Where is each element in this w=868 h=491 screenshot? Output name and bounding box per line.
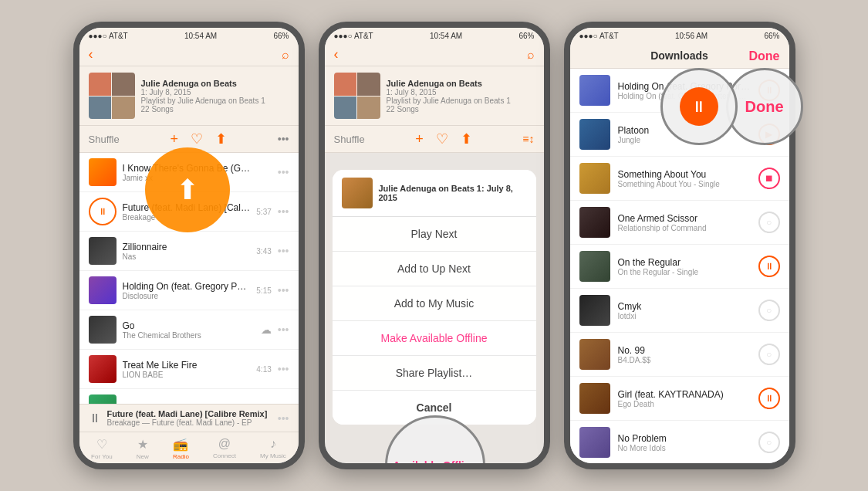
more-icon-t4[interactable]: ••• <box>278 323 289 336</box>
track-name-4: Go <box>123 320 255 331</box>
track-artist-3: Disclosure <box>123 292 251 300</box>
time-1: 10:54 AM <box>184 32 217 40</box>
dl-info-7: Girl (feat. KAYTRANADA) Ego Death <box>618 389 751 408</box>
play-next-button[interactable]: Play Next <box>333 217 536 252</box>
time-3: 10:56 AM <box>675 32 708 40</box>
track-info-5: Treat Me Like Fire LION BABE <box>123 360 251 379</box>
list-item[interactable]: Go The Chemical Brothers ☁ ••• <box>79 310 299 350</box>
dl-thumb-5 <box>579 295 610 326</box>
more-icon-t2[interactable]: ••• <box>278 245 289 257</box>
dl-status-3[interactable]: ○ <box>758 212 780 233</box>
dl-status-2[interactable]: ⏹ <box>758 168 780 189</box>
downloads-title: Downloads <box>650 49 708 62</box>
dl-thumb-6 <box>579 339 610 370</box>
add-icon-2[interactable]: + <box>415 131 424 147</box>
available-offline-button[interactable]: Make Available Offline <box>333 321 536 356</box>
add-to-up-next-button[interactable]: Add to Up Next <box>333 252 536 286</box>
phone3-wrapper: ●●●○ AT&T 10:56 AM 66% Downloads Done Ho… <box>564 22 795 469</box>
share-icon-overlay: ⬆ <box>176 174 199 206</box>
tab-new-label: New <box>137 453 149 460</box>
tab-new-1[interactable]: ★ New <box>137 437 149 460</box>
back-button-2[interactable]: ‹ <box>334 46 339 63</box>
heart-icon-1[interactable]: ♡ <box>191 130 203 147</box>
np-more-1[interactable]: ••• <box>278 412 289 425</box>
dl-status-8[interactable]: ○ <box>758 432 780 453</box>
battery-2: 66% <box>518 32 534 40</box>
list-item[interactable]: Holding On (feat. Gregory Porter) Disclo… <box>79 271 299 310</box>
shuffle-label-1: Shuffle <box>89 134 120 145</box>
playlist-header-2: Julie Adenuga on Beats 1: July 8, 2015 P… <box>325 66 544 126</box>
dl-info-6: No. 99 B4.DA.$$ <box>618 345 751 364</box>
status-bar-1: ●●●○ AT&T 10:54 AM 66% <box>79 28 299 43</box>
heart-icon-2[interactable]: ♡ <box>436 130 448 147</box>
more-icon-t5[interactable]: ••• <box>278 363 289 375</box>
dl-thumb-8 <box>579 427 610 458</box>
playlist-info-2: Julie Adenuga on Beats 1: July 8, 2015 P… <box>387 79 535 113</box>
track-thumb-0 <box>89 158 117 186</box>
shuffle-label-2: Shuffle <box>334 134 365 145</box>
add-to-my-music-button[interactable]: Add to My Music <box>333 286 536 321</box>
list-item[interactable]: Girl (feat. KAYTRANADA) Ego Death ⏸ <box>570 377 789 421</box>
list-item[interactable]: Treat Me Like Fire LION BABE 4:13 ••• <box>79 350 299 389</box>
track-name-2: Zillionnaire <box>123 242 251 252</box>
track-info-3: Holding On (feat. Gregory Porter) Disclo… <box>123 281 251 300</box>
done-button[interactable]: Done <box>749 49 780 63</box>
dl-status-6[interactable]: ○ <box>758 344 780 365</box>
dl-sub-4: On the Regular - Single <box>618 268 751 276</box>
more-icon-2[interactable]: ≡↕ <box>522 133 534 145</box>
track-info-4: Go The Chemical Brothers <box>123 320 255 340</box>
more-icon-t0[interactable]: ••• <box>278 166 289 178</box>
dl-info-2: Something About You Something About You … <box>618 169 751 188</box>
more-icon-t1[interactable]: ••• <box>278 205 289 218</box>
list-item[interactable]: Cmyk Iotdxi ○ <box>570 289 789 333</box>
action-sheet-title: Julie Adenuga on Beats 1: July 8, 2015 <box>379 184 527 202</box>
downloads-nav: Downloads Done <box>570 43 789 69</box>
more-icon-1[interactable]: ••• <box>278 133 289 145</box>
tab-connect-1[interactable]: @ Connect <box>213 437 236 460</box>
album-art-2 <box>334 73 380 119</box>
orange-circle-overlay: ⬆ <box>145 147 230 232</box>
status-bar-2: ●●●○ AT&T 10:54 AM 66% <box>325 28 544 43</box>
track-duration-2: 3:43 <box>256 247 271 256</box>
tab-radio-1[interactable]: 📻 Radio <box>173 437 189 460</box>
done-circle-text[interactable]: Done <box>745 98 784 116</box>
dl-info-3: One Armed Scissor Relationship of Comman… <box>618 213 751 232</box>
dimmed-background: Julie Adenuga on Beats 1: July 8, 2015 P… <box>325 153 544 463</box>
track-name-3: Holding On (feat. Gregory Porter) <box>123 281 251 292</box>
share-playlist-button[interactable]: Share Playlist… <box>333 356 536 391</box>
dl-status-7[interactable]: ⏸ <box>758 388 780 409</box>
tab-foryou-1[interactable]: ♡ For You <box>91 437 113 460</box>
list-item[interactable]: No Problem No More Idols ○ <box>570 421 789 463</box>
more-icon-t3[interactable]: ••• <box>278 284 289 296</box>
playlist-meta-1: Playlist by Julie Adenuga on Beats 1 <box>141 97 289 105</box>
list-item[interactable]: One Armed Scissor Relationship of Comman… <box>570 201 789 245</box>
pause-circle-button[interactable]: ⏸ <box>680 87 718 126</box>
dl-status-4[interactable]: ⏸ <box>758 256 780 277</box>
phone2: ●●●○ AT&T 10:54 AM 66% ‹ ⌕ Julie Adenuga… <box>319 22 550 469</box>
phone1: ●●●○ AT&T 10:54 AM 66% ‹ ⌕ Julie Adenuga… <box>73 22 305 469</box>
list-item[interactable]: Something About You Something About You … <box>570 157 789 201</box>
dl-status-5[interactable]: ○ <box>758 300 780 321</box>
track-thumb-2 <box>89 237 117 265</box>
back-button-1[interactable]: ‹ <box>89 46 93 63</box>
connect-tab-icon: @ <box>218 437 231 451</box>
action-sheet: Julie Adenuga on Beats 1: July 8, 2015 P… <box>333 170 536 425</box>
list-item[interactable]: London ••• <box>79 389 299 404</box>
list-item[interactable]: On the Regular On the Regular - Single ⏸ <box>570 245 789 289</box>
search-button-1[interactable]: ⌕ <box>282 48 289 62</box>
now-playing-bar-1[interactable]: ⏸ Future (feat. Madi Lane) [Calibre Remi… <box>79 404 299 432</box>
track-thumb-3 <box>89 276 117 304</box>
controls-row-2: Shuffle + ♡ ⬆ ≡↕ <box>325 126 544 153</box>
share-icon-2[interactable]: ⬆ <box>461 130 472 147</box>
tab-mymusic-1[interactable]: ♪ My Music <box>260 437 286 460</box>
tab-mymusic-label: My Music <box>260 452 286 459</box>
list-item[interactable]: Zillionnaire Nas 3:43 ••• <box>79 232 299 271</box>
list-item[interactable]: No. 99 B4.DA.$$ ○ <box>570 333 789 377</box>
dl-thumb-0 <box>579 75 610 106</box>
add-icon-1[interactable]: + <box>171 131 179 147</box>
search-button-2[interactable]: ⌕ <box>527 48 535 62</box>
dl-sub-2: Something About You - Single <box>618 180 751 188</box>
share-icon-1[interactable]: ⬆ <box>215 130 227 147</box>
pause-icon-1[interactable]: ⏸ <box>89 411 101 425</box>
status-bar-3: ●●●○ AT&T 10:56 AM 66% <box>570 28 789 43</box>
